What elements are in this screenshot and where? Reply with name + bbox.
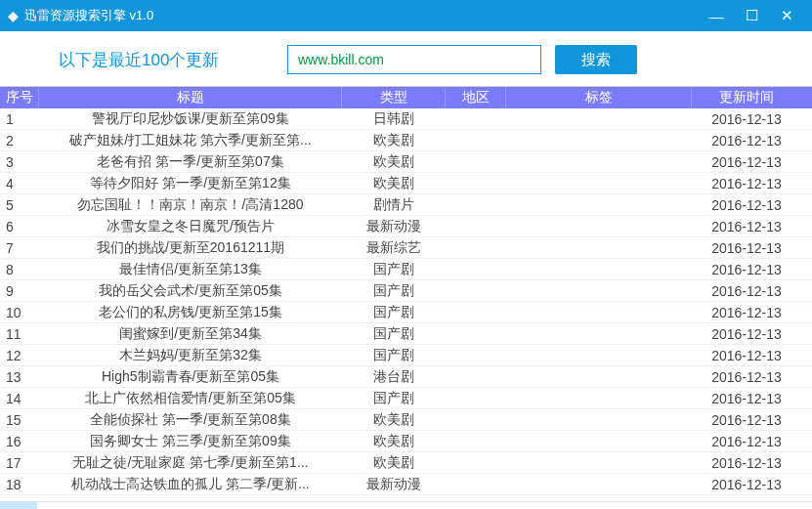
cell-index: 3 (0, 154, 39, 170)
cell-type: 最新综艺 (342, 239, 446, 257)
table-row[interactable]: 13High5制霸青春/更新至第05集港台剧2016-12-13 (0, 366, 812, 388)
table-body[interactable]: 1警视厅印尼炒饭课/更新至第09集日韩剧2016-12-132破产姐妹/打工姐妹… (0, 108, 812, 503)
cell-time: 2016-12-13 (692, 197, 801, 213)
table-row[interactable]: 9我的岳父会武术/更新至第05集国产剧2016-12-13 (0, 280, 812, 302)
cell-title: 等待夕阳好 第一季/更新至第12集 (39, 175, 342, 192)
cell-title: 木兰妈妈/更新至第32集 (39, 347, 342, 364)
cell-title: 破产姐妹/打工姐妹花 第六季/更新至第... (39, 132, 342, 149)
cell-time: 2016-12-13 (692, 326, 801, 342)
search-button[interactable]: 搜索 (555, 45, 637, 74)
cell-type: 欧美剧 (342, 454, 446, 472)
cell-index: 14 (0, 391, 39, 406)
cell-index: 2 (0, 133, 39, 148)
table-row[interactable]: 16国务卿女士 第三季/更新至第09集欧美剧2016-12-13 (0, 431, 812, 452)
cell-title: 老公们的私房钱/更新至第15集 (39, 304, 342, 321)
cell-time: 2016-12-13 (692, 176, 801, 191)
cell-index: 12 (0, 348, 39, 363)
cell-index: 9 (0, 283, 39, 299)
cell-title: 闺蜜嫁到/更新至第34集 (39, 325, 342, 343)
minimize-button[interactable]: — (699, 8, 734, 24)
cell-time: 2016-12-13 (692, 412, 801, 428)
table-row[interactable]: 4等待夕阳好 第一季/更新至第12集欧美剧2016-12-13 (0, 173, 812, 194)
cell-title: 北上广依然相信爱情/更新至第05集 (39, 390, 342, 407)
cell-type: 国产剧 (342, 304, 446, 321)
col-index[interactable]: 序号 (0, 87, 39, 108)
cell-index: 6 (0, 219, 39, 234)
table-row[interactable]: 1警视厅印尼炒饭课/更新至第09集日韩剧2016-12-13 (0, 108, 812, 130)
window-title: 迅雷资源搜索引擎 v1.0 (24, 7, 153, 24)
cell-index: 16 (0, 434, 39, 449)
cell-index: 11 (0, 326, 39, 342)
cell-title: 冰雪女皇之冬日魔咒/预告片 (39, 218, 342, 235)
status-bar (0, 501, 812, 509)
table-row[interactable]: 2破产姐妹/打工姐妹花 第六季/更新至第...欧美剧2016-12-13 (0, 130, 812, 151)
col-tag[interactable]: 标签 (506, 87, 692, 108)
cell-type: 国产剧 (342, 261, 446, 278)
cell-time: 2016-12-13 (692, 369, 801, 385)
cell-index: 15 (0, 412, 39, 428)
table-row[interactable]: 5勿忘国耻！！南京！南京！/高清1280剧情片2016-12-13 (0, 194, 812, 216)
cell-time: 2016-12-13 (692, 111, 801, 127)
cell-time: 2016-12-13 (692, 434, 801, 449)
cell-title: 勿忘国耻！！南京！南京！/高清1280 (39, 196, 342, 214)
cell-type: 日韩剧 (342, 110, 446, 128)
toolbar: 以下是最近100个更新 搜索 (0, 31, 812, 86)
cell-type: 欧美剧 (342, 175, 446, 192)
cell-index: 10 (0, 305, 39, 320)
cell-title: 老爸有招 第一季/更新至第07集 (39, 153, 342, 171)
cell-type: 国产剧 (342, 390, 446, 407)
cell-time: 2016-12-13 (692, 283, 801, 299)
cell-type: 欧美剧 (342, 411, 446, 429)
table-row[interactable]: 14北上广依然相信爱情/更新至第05集国产剧2016-12-13 (0, 388, 812, 409)
cell-index: 1 (0, 111, 39, 127)
cell-index: 4 (0, 176, 39, 191)
result-table: 序号 标题 类型 地区 标签 更新时间 1警视厅印尼炒饭课/更新至第09集日韩剧… (0, 86, 812, 503)
cell-type: 国产剧 (342, 347, 446, 364)
close-button[interactable]: ✕ (769, 7, 804, 24)
col-region[interactable]: 地区 (446, 87, 506, 108)
cell-type: 最新动漫 (342, 476, 446, 493)
titlebar[interactable]: ◆ 迅雷资源搜索引擎 v1.0 — ☐ ✕ (0, 0, 812, 31)
cell-time: 2016-12-13 (692, 477, 801, 492)
table-row[interactable]: 12木兰妈妈/更新至第32集国产剧2016-12-13 (0, 345, 812, 366)
cell-type: 国产剧 (342, 325, 446, 343)
recent-updates-label: 以下是最近100个更新 (16, 49, 274, 71)
cell-index: 13 (0, 369, 39, 385)
maximize-button[interactable]: ☐ (734, 7, 769, 24)
cell-title: 最佳情侣/更新至第13集 (39, 261, 342, 278)
table-row[interactable]: 6冰雪女皇之冬日魔咒/预告片最新动漫2016-12-13 (0, 216, 812, 237)
cell-index: 18 (0, 477, 39, 492)
cell-type: 国产剧 (342, 282, 446, 300)
cell-time: 2016-12-13 (692, 391, 801, 406)
cell-type: 欧美剧 (342, 433, 446, 450)
cell-title: 我的岳父会武术/更新至第05集 (39, 282, 342, 300)
cell-title: High5制霸青春/更新至第05集 (39, 368, 342, 386)
search-input[interactable] (287, 45, 541, 74)
cell-type: 最新动漫 (342, 218, 446, 235)
table-row[interactable]: 7我们的挑战/更新至20161211期最新综艺2016-12-13 (0, 237, 812, 259)
cell-title: 警视厅印尼炒饭课/更新至第09集 (39, 110, 342, 128)
cell-time: 2016-12-13 (692, 133, 801, 148)
cell-title: 机动战士高达铁血的孤儿 第二季/更新... (39, 476, 342, 493)
table-row[interactable]: 11闺蜜嫁到/更新至第34集国产剧2016-12-13 (0, 323, 812, 345)
cell-index: 17 (0, 455, 39, 471)
cell-type: 剧情片 (342, 196, 446, 214)
col-type[interactable]: 类型 (342, 87, 446, 108)
cell-index: 5 (0, 197, 39, 213)
cell-time: 2016-12-13 (692, 455, 801, 471)
cell-time: 2016-12-13 (692, 240, 801, 256)
col-time[interactable]: 更新时间 (692, 87, 801, 108)
cell-type: 港台剧 (342, 368, 446, 386)
cell-time: 2016-12-13 (692, 262, 801, 277)
cell-time: 2016-12-13 (692, 154, 801, 170)
table-row[interactable]: 15全能侦探社 第一季/更新至第08集欧美剧2016-12-13 (0, 409, 812, 431)
cell-time: 2016-12-13 (692, 348, 801, 363)
table-row[interactable]: 10老公们的私房钱/更新至第15集国产剧2016-12-13 (0, 302, 812, 323)
table-row[interactable]: 18机动战士高达铁血的孤儿 第二季/更新...最新动漫2016-12-13 (0, 474, 812, 495)
cell-type: 欧美剧 (342, 132, 446, 149)
table-row[interactable]: 8最佳情侣/更新至第13集国产剧2016-12-13 (0, 259, 812, 280)
table-row[interactable]: 17无耻之徒/无耻家庭 第七季/更新至第1...欧美剧2016-12-13 (0, 452, 812, 474)
col-title[interactable]: 标题 (39, 87, 342, 108)
cell-time: 2016-12-13 (692, 305, 801, 320)
table-row[interactable]: 3老爸有招 第一季/更新至第07集欧美剧2016-12-13 (0, 151, 812, 173)
